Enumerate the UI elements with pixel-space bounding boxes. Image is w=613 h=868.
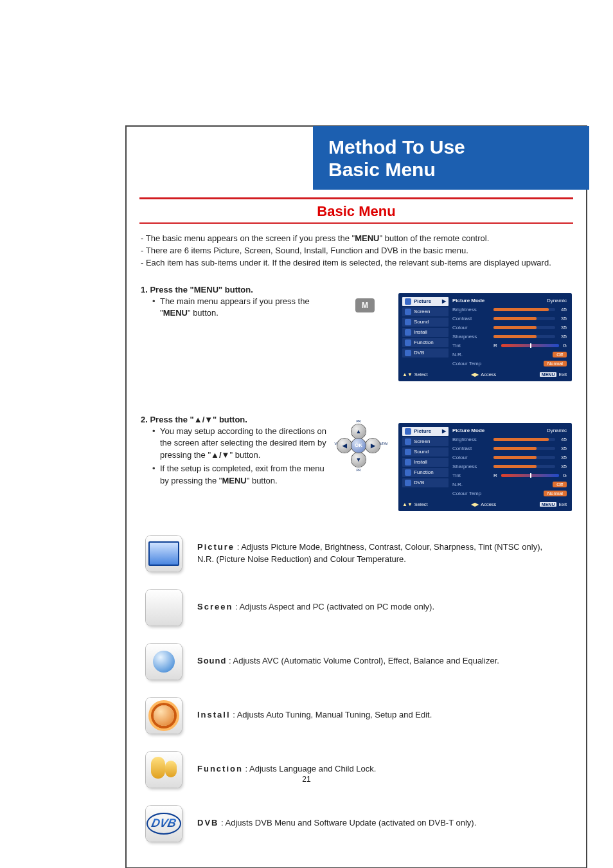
menu-screen-name: Screen [197,602,233,611]
osd-left-item: Screen [402,437,449,446]
menu-function-text: Adjusts Language and Child Lock. [249,764,376,773]
osd-left-item: Picture▶ [402,297,449,306]
osd-right-row: TintRG [452,342,567,350]
osd-right-row: Sharpness35 [452,463,567,471]
osd-left-item: Function [402,338,449,347]
menu-picture-text: Adjusts Picture Mode, Brightness, Contra… [197,542,542,564]
osd-right-row: N.R.Off [452,481,567,489]
dpad-cap-top: PR [351,419,366,423]
menu-list: Picture : Adjusts Picture Mode, Brightne… [146,536,567,842]
osd-left-item: DVB [402,348,449,357]
intro-line-1: - The basic menu appears on the screen i… [141,233,572,245]
osd-right-row: Contrast35 [452,315,567,323]
menu-sound-desc: Sound : Adjusts AVC (Automatic Volume Co… [197,655,499,667]
menu-function-desc: Function : Adjusts Language and Child Lo… [197,763,376,775]
section-title: Basic Menu [139,197,573,224]
osd-left-item: Sound [402,448,449,457]
remote-menu-key: M [353,296,378,311]
page-number: 21 [0,775,613,784]
menu-sound-text: Adjusts AVC (Automatic Volume Control), … [233,656,499,665]
menu-sound-sep: : [226,656,233,665]
osd-right-row: Colour35 [452,454,567,462]
menu-install-sep: : [231,710,237,719]
menu-function-name: Function [197,764,243,773]
osd-right-row: Brightness45 [452,306,567,314]
menu-item-dvb: DVB DVB : Adjusts DVB Menu and Software … [146,806,567,842]
osd-right-row: Colour35 [452,324,567,332]
step1-body-post: " button. [188,308,218,318]
osd-left-item: Install [402,328,449,337]
sound-icon [146,644,182,680]
intro-block: - The basic menu appears on the screen i… [141,233,572,269]
step2-text-col: You may setup according to the direction… [152,426,332,487]
install-icon [146,698,182,734]
menu-function-sep: : [243,764,249,773]
intro-line-3: - Each item has sub-items under it. If t… [141,257,572,269]
osd-footer: ▲▼Select◀▶AccessMENUExit [402,372,567,377]
osd-right-row: Picture ModeDynamic [452,427,567,435]
osd-screenshot-2: Picture▶ScreenSoundInstallFunctionDVBPic… [398,426,572,511]
osd-right-row: Picture ModeDynamic [452,297,567,305]
menu-sound-name: Sound [197,656,226,665]
menu-dvb-text: Adjusts DVB Menu and Software Update (ac… [226,818,477,827]
banner-line-1: Method To Use [328,136,576,159]
m-button-icon: M [355,298,375,312]
menu-dvb-sep: : [218,818,225,827]
menu-picture-desc: Picture : Adjusts Picture Mode, Brightne… [197,541,557,566]
menu-item-screen: Screen : Adjusts Aspect and PC (activate… [146,590,567,626]
osd-left-item: Screen [402,307,449,316]
intro-l1-post: " button of the remote control. [379,233,489,243]
step2-b1-post: " button. [229,450,260,460]
menu-screen-desc: Screen : Adjusts Aspect and PC (activate… [197,601,434,613]
menu-screen-sep: : [233,602,239,611]
osd-left-item: Install [402,458,449,467]
osd-right-row: Contrast35 [452,445,567,453]
step1-text-col: The main menu appears if you press the "… [141,296,346,320]
dpad-left-icon: ◀ [337,439,351,453]
osd-right-row: Colour TempNormal [452,360,567,368]
step2-b1-strong: ▲/▼ [211,450,229,460]
menu-item-sound: Sound : Adjusts AVC (Automatic Volume Co… [146,644,567,680]
osd-footer: ▲▼Select◀▶AccessMENUExit [402,502,567,507]
osd-right-row: Sharpness35 [452,333,567,341]
menu-dvb-name: DVB [197,818,218,827]
osd-left-item: Sound [402,318,449,327]
osd-right-row: Brightness45 [452,436,567,444]
step1-body: The main menu appears if you press the "… [152,296,332,320]
osd-right-row: TintRG [452,472,567,480]
intro-line-2: - There are 6 items Picture, Screen, Sou… [141,245,572,257]
menu-install-name: Install [197,710,231,719]
dpad-down-icon: ▼ [351,453,366,467]
step2-bullet-2: If the setup is completed, exit from the… [152,463,332,487]
step2-b2-post: " button. [247,476,278,485]
dvb-icon: DVB [146,806,182,842]
osd-left-item: DVB [402,478,449,487]
step2-bullet-1: You may setup according to the direction… [152,426,332,462]
dpad-right-icon: ▶ [366,439,380,453]
menu-item-install: Install : Adjusts Auto Tuning, Manual Tu… [146,698,567,734]
menu-install-desc: Install : Adjusts Auto Tuning, Manual Tu… [197,709,432,721]
osd-left-item: Function [402,468,449,477]
page-frame: Method To Use Basic Menu Basic Menu - Th… [125,125,587,868]
dpad-ok-icon: OK [351,439,366,453]
osd-right-row: N.R.Off [452,351,567,359]
dpad-cap-bottom: PR [351,468,366,472]
menu-install-text: Adjusts Auto Tuning, Manual Tuning, Setu… [237,710,432,719]
picture-icon [146,536,182,572]
screen-icon [146,590,182,626]
menu-screen-text: Adjusts Aspect and PC (activated on PC m… [240,602,435,611]
osd-screenshot-1: Picture▶ScreenSoundInstallFunctionDVBPic… [398,296,572,381]
intro-l1-pre: - The basic menu appears on the screen i… [141,233,355,243]
osd-left-item: Picture▶ [402,427,449,436]
menu-dvb-desc: DVB : Adjusts DVB Menu and Software Upda… [197,817,476,829]
menu-item-picture: Picture : Adjusts Picture Mode, Brightne… [146,536,567,572]
osd-right-row: Colour TempNormal [452,490,567,498]
dpad-up-icon: ▲ [351,424,366,439]
step2-b2-strong: MENU [222,476,246,485]
menu-picture-sep: : [235,542,241,552]
remote-dpad: PR PR Vol Vol/FAV ▲ ▼ ◀ ▶ OK [337,424,380,467]
step1-body-strong: MENU [163,308,188,318]
intro-l1-strong: MENU [355,233,379,243]
menu-picture-name: Picture [197,542,235,552]
banner: Method To Use Basic Menu [313,126,589,190]
